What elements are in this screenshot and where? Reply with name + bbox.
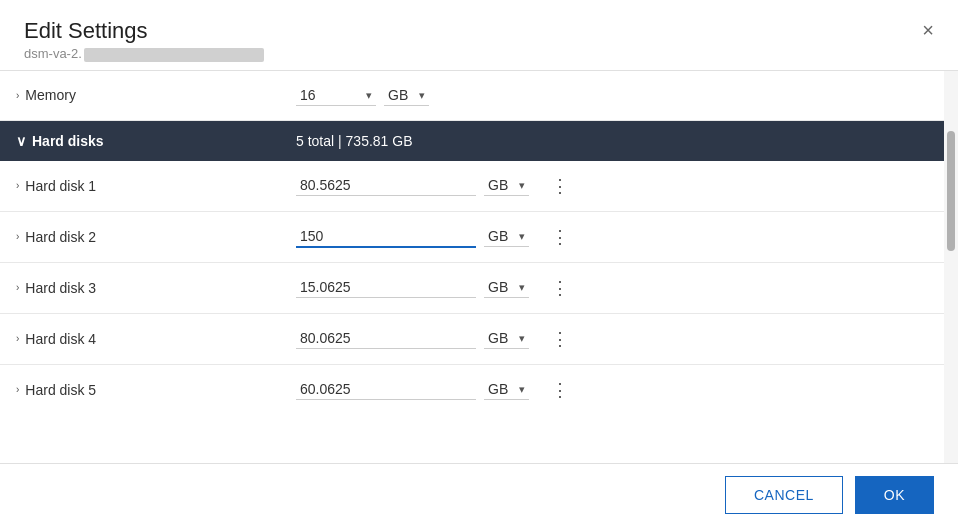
- scrollbar-thumb[interactable]: [947, 131, 955, 251]
- disk-4-row: › Hard disk 4 GBMB ⋮: [0, 314, 944, 365]
- cancel-button[interactable]: CANCEL: [725, 476, 843, 514]
- disk-1-chevron[interactable]: ›: [16, 180, 19, 191]
- disk-5-row: › Hard disk 5 GBMB ⋮: [0, 365, 944, 415]
- disk-1-input-group: GBMB ⋮: [296, 175, 928, 197]
- ok-button[interactable]: OK: [855, 476, 934, 514]
- memory-unit-wrapper: GB MB: [384, 85, 429, 106]
- memory-label: › Memory: [16, 87, 276, 103]
- memory-value-wrapper: 16 32 8 4: [296, 85, 376, 106]
- disk-2-chevron[interactable]: ›: [16, 231, 19, 242]
- memory-unit-select[interactable]: GB MB: [384, 85, 429, 106]
- memory-value-select[interactable]: 16 32 8 4: [296, 85, 376, 106]
- content-area: › Memory 16 32 8 4 GB: [0, 71, 944, 463]
- disk-3-label-text: Hard disk 3: [25, 280, 96, 296]
- disk-3-unit-select[interactable]: GBMB: [484, 277, 529, 298]
- disk-3-input-group: GBMB ⋮: [296, 277, 928, 299]
- disk-2-input[interactable]: [296, 226, 476, 248]
- disk-1-label-text: Hard disk 1: [25, 178, 96, 194]
- disk-2-input-group: GBMB ⋮: [296, 226, 928, 248]
- disk-3-input[interactable]: [296, 277, 476, 298]
- disk-4-input[interactable]: [296, 328, 476, 349]
- dialog-title: Edit Settings: [24, 18, 934, 44]
- disk-1-label: › Hard disk 1: [16, 178, 276, 194]
- disk-1-unit-select[interactable]: GBMB: [484, 175, 529, 196]
- subtitle-blur: [84, 48, 264, 62]
- disk-5-input-group: GBMB ⋮: [296, 379, 928, 401]
- disk-4-input-group: GBMB ⋮: [296, 328, 928, 350]
- disk-2-row: › Hard disk 2 GBMB ⋮: [0, 212, 944, 263]
- disk-4-label: › Hard disk 4: [16, 331, 276, 347]
- disk-5-chevron[interactable]: ›: [16, 384, 19, 395]
- disk-5-menu-button[interactable]: ⋮: [545, 379, 576, 401]
- memory-value-group: 16 32 8 4 GB MB: [296, 85, 429, 106]
- disk-4-unit-wrapper: GBMB: [484, 328, 529, 349]
- disk-3-menu-button[interactable]: ⋮: [545, 277, 576, 299]
- subtitle-text: dsm-va-2.: [24, 46, 82, 61]
- memory-row: › Memory 16 32 8 4 GB: [0, 71, 944, 121]
- disk-5-unit-wrapper: GBMB: [484, 379, 529, 400]
- close-button[interactable]: ×: [918, 16, 938, 44]
- disk-5-label: › Hard disk 5: [16, 382, 276, 398]
- disk-2-menu-button[interactable]: ⋮: [545, 226, 576, 248]
- hard-disks-label-text: Hard disks: [32, 133, 104, 149]
- disk-3-unit-wrapper: GBMB: [484, 277, 529, 298]
- disk-2-label-text: Hard disk 2: [25, 229, 96, 245]
- disk-1-unit-wrapper: GBMB: [484, 175, 529, 196]
- disk-2-label: › Hard disk 2: [16, 229, 276, 245]
- hard-disks-chevron: ∨: [16, 133, 26, 149]
- disk-3-chevron[interactable]: ›: [16, 282, 19, 293]
- disk-1-row: › Hard disk 1 GBMB ⋮: [0, 161, 944, 212]
- disk-5-input[interactable]: [296, 379, 476, 400]
- dialog-header: Edit Settings dsm-va-2. ×: [0, 0, 958, 71]
- dialog-footer: CANCEL OK: [0, 463, 958, 526]
- disk-3-label: › Hard disk 3: [16, 280, 276, 296]
- memory-label-text: Memory: [25, 87, 76, 103]
- dialog-body: › Memory 16 32 8 4 GB: [0, 71, 958, 463]
- memory-chevron[interactable]: ›: [16, 90, 19, 101]
- disk-2-unit-select[interactable]: GBMB: [484, 226, 529, 247]
- hard-disks-summary: 5 total | 735.81 GB: [296, 133, 413, 149]
- disk-4-unit-select[interactable]: GBMB: [484, 328, 529, 349]
- hard-disks-header-label: ∨ Hard disks: [16, 133, 276, 149]
- disk-4-menu-button[interactable]: ⋮: [545, 328, 576, 350]
- disk-1-menu-button[interactable]: ⋮: [545, 175, 576, 197]
- edit-settings-dialog: Edit Settings dsm-va-2. × › Memory 16 32: [0, 0, 958, 526]
- disk-2-unit-wrapper: GBMB: [484, 226, 529, 247]
- disk-4-chevron[interactable]: ›: [16, 333, 19, 344]
- disk-4-label-text: Hard disk 4: [25, 331, 96, 347]
- scrollbar-track[interactable]: [944, 71, 958, 463]
- disk-3-row: › Hard disk 3 GBMB ⋮: [0, 263, 944, 314]
- disk-5-label-text: Hard disk 5: [25, 382, 96, 398]
- disk-1-input[interactable]: [296, 175, 476, 196]
- hard-disks-header[interactable]: ∨ Hard disks 5 total | 735.81 GB: [0, 121, 944, 161]
- disk-5-unit-select[interactable]: GBMB: [484, 379, 529, 400]
- dialog-subtitle: dsm-va-2.: [24, 46, 934, 62]
